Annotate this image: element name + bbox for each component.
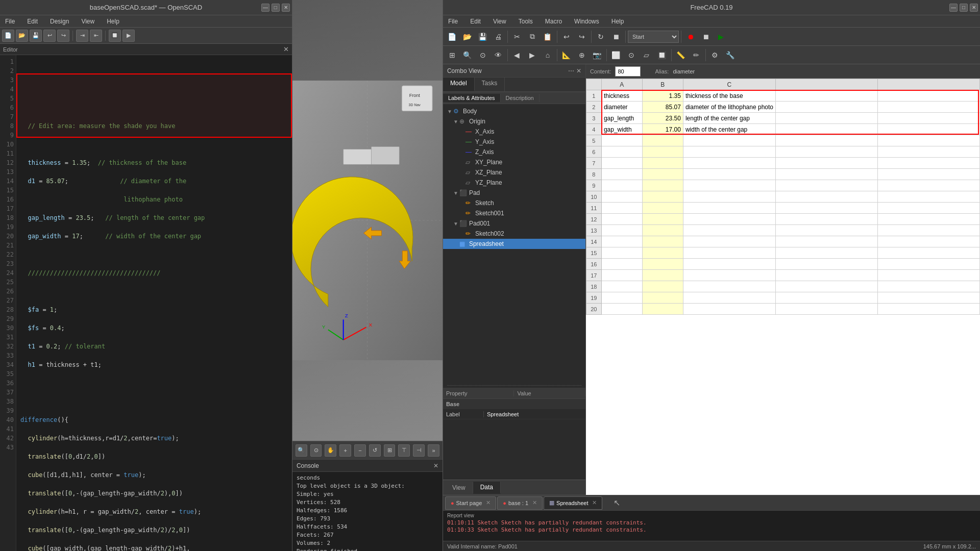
cell-c-5[interactable]: [683, 135, 775, 146]
cell-b-13[interactable]: [642, 225, 683, 236]
fc-measure2-btn[interactable]: ✏: [689, 48, 703, 62]
fc-render-red-btn[interactable]: ⏺: [683, 30, 698, 44]
cell-b-6[interactable]: [642, 146, 683, 158]
fc-view-std-btn[interactable]: 📐: [559, 48, 574, 62]
table-row[interactable]: 9: [586, 180, 979, 191]
view-pan-btn[interactable]: ✋: [325, 444, 336, 457]
fc-menu-edit[interactable]: Edit: [467, 17, 484, 26]
cell-a-17[interactable]: [601, 270, 642, 281]
tree-item-xzplane[interactable]: ▱ XZ_Plane: [443, 167, 585, 178]
cell-a-4[interactable]: gap_width: [601, 124, 642, 135]
table-row[interactable]: 15: [586, 247, 979, 259]
cell-b-14[interactable]: [642, 236, 683, 247]
table-row[interactable]: 3gap_length23.50length of the center gap: [586, 113, 979, 124]
3d-btn[interactable]: 🔲: [109, 30, 121, 42]
cell-b-10[interactable]: [642, 191, 683, 203]
fc-undo-btn[interactable]: ↩: [559, 30, 574, 44]
table-row[interactable]: 12: [586, 214, 979, 225]
cell-b-18[interactable]: [642, 281, 683, 292]
fc-zoom-select-btn[interactable]: 🔍: [460, 48, 475, 62]
cell-c-18[interactable]: [683, 281, 775, 292]
table-row[interactable]: 17: [586, 270, 979, 281]
cell-d-19[interactable]: [776, 292, 878, 304]
fc-maximize-btn[interactable]: □: [960, 4, 968, 12]
code-area[interactable]: 12345 678910 1112131415 1617181920 21222…: [0, 55, 292, 551]
cell-b-9[interactable]: [642, 180, 683, 191]
view-expand-btn[interactable]: »: [428, 444, 439, 457]
cell-d-17[interactable]: [776, 270, 878, 281]
fc-box-btn[interactable]: ⬜: [609, 48, 623, 62]
fc-menu-macro[interactable]: Macro: [542, 17, 565, 26]
cell-e-11[interactable]: [878, 203, 980, 214]
tab-data[interactable]: Data: [473, 482, 501, 494]
cell-e-6[interactable]: [878, 146, 980, 158]
cell-b-16[interactable]: [642, 259, 683, 270]
cell-a-7[interactable]: [601, 158, 642, 169]
view-fit-btn[interactable]: ⊞: [384, 444, 396, 457]
cell-d-15[interactable]: [776, 247, 878, 259]
cell-e-10[interactable]: [878, 191, 980, 203]
cell-b-15[interactable]: [642, 247, 683, 259]
fc-view-btn[interactable]: 👁: [491, 48, 505, 62]
cell-d-2[interactable]: [776, 102, 878, 113]
new-btn[interactable]: 📄: [2, 30, 14, 42]
view-zoom-btn[interactable]: 🔍: [296, 444, 307, 457]
view-reset-btn[interactable]: ↺: [369, 444, 381, 457]
cell-b-11[interactable]: [642, 203, 683, 214]
fc-menu-windows[interactable]: Windows: [571, 17, 602, 26]
cell-d-4[interactable]: [776, 124, 878, 135]
tree-item-sketch002[interactable]: ✏ Sketch002: [443, 229, 585, 239]
undo-btn[interactable]: ↩: [43, 30, 56, 42]
cell-b-20[interactable]: [642, 304, 683, 315]
fc-menu-file[interactable]: File: [445, 17, 461, 26]
tree-item-origin[interactable]: ▼ ⊕ Origin: [443, 116, 585, 127]
menu-file[interactable]: File: [2, 17, 18, 26]
spreadsheet-area[interactable]: A B C 1thickness1.35thickness of the bas…: [586, 79, 980, 495]
tree-item-zaxis[interactable]: — Z_Axis: [443, 147, 585, 157]
table-row[interactable]: 6: [586, 146, 979, 158]
minimize-btn[interactable]: —: [261, 4, 270, 12]
cell-e-20[interactable]: [878, 304, 980, 315]
tab-labels-attributes[interactable]: Labels & Attributes: [443, 94, 501, 102]
cell-a-18[interactable]: [601, 281, 642, 292]
cell-b-19[interactable]: [642, 292, 683, 304]
save-btn[interactable]: 💾: [30, 30, 42, 42]
tree-item-yaxis[interactable]: — Y_Axis: [443, 137, 585, 147]
cell-a-15[interactable]: [601, 247, 642, 259]
cell-e-2[interactable]: [878, 102, 980, 113]
editor-close-btn[interactable]: ✕: [283, 45, 289, 53]
cell-e-7[interactable]: [878, 158, 980, 169]
table-row[interactable]: 14: [586, 236, 979, 247]
table-row[interactable]: 20: [586, 304, 979, 315]
table-row[interactable]: 2diameter85.07diameter of the lithophane…: [586, 102, 979, 113]
cell-a-5[interactable]: [601, 135, 642, 146]
fc-rotate-btn[interactable]: ⊙: [476, 48, 490, 62]
cell-b-2[interactable]: 85.07: [642, 102, 683, 113]
menu-view[interactable]: View: [78, 17, 97, 26]
cell-b-17[interactable]: [642, 270, 683, 281]
cell-c-3[interactable]: length of the center gap: [683, 113, 775, 124]
cell-d-8[interactable]: [776, 169, 878, 180]
cell-c-13[interactable]: [683, 225, 775, 236]
fc-home-btn[interactable]: ⌂: [541, 48, 555, 62]
menu-edit[interactable]: Edit: [24, 17, 41, 26]
table-row[interactable]: 7: [586, 158, 979, 169]
cell-e-5[interactable]: [878, 135, 980, 146]
fc-settings2-btn[interactable]: 🔧: [723, 48, 738, 62]
cell-c-16[interactable]: [683, 259, 775, 270]
fc-settings-btn[interactable]: ⚙: [708, 48, 722, 62]
cell-c-4[interactable]: width of the center gap: [683, 124, 775, 135]
cell-e-9[interactable]: [878, 180, 980, 191]
cell-e-17[interactable]: [878, 270, 980, 281]
cell-e-8[interactable]: [878, 169, 980, 180]
cell-c-20[interactable]: [683, 304, 775, 315]
fc-refresh-btn[interactable]: ↻: [594, 30, 608, 44]
view-top-btn[interactable]: ⊤: [398, 444, 410, 457]
menu-help[interactable]: Help: [104, 17, 122, 26]
cell-a-10[interactable]: [601, 191, 642, 203]
cell-b-4[interactable]: 17.00: [642, 124, 683, 135]
redo-btn[interactable]: ↪: [57, 30, 69, 42]
cell-d-5[interactable]: [776, 135, 878, 146]
cell-c-7[interactable]: [683, 158, 775, 169]
table-row[interactable]: 10: [586, 191, 979, 203]
